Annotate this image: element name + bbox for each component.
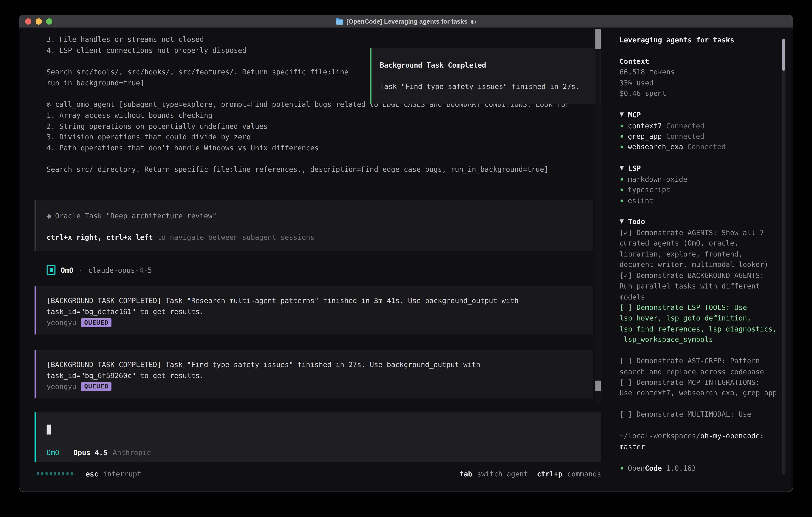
loading-icon: ◐ xyxy=(470,18,476,25)
background-task-toast: Background Task Completed Task "Find typ… xyxy=(371,48,601,104)
mcp-name: context7 xyxy=(628,121,662,130)
context-spent: $0.46 spent xyxy=(619,88,780,99)
agent-icon xyxy=(47,265,56,275)
todo-line: curated agents (OmO, oracle, xyxy=(619,238,780,249)
window-content: 3. File handles or streams not closed 4.… xyxy=(19,28,793,492)
mcp-status-text: Connected xyxy=(666,121,704,130)
bullet-icon xyxy=(620,178,623,180)
mcp-name: grep_app xyxy=(628,132,662,140)
todo-line: search and replace across codebase xyxy=(619,366,780,377)
context-heading: Context xyxy=(619,56,780,67)
todo-line: librarian, explore, frontend, xyxy=(619,248,780,259)
chevron-down-icon: ▼ xyxy=(619,217,624,227)
tab-key: tab xyxy=(460,469,472,478)
todo-line: lsp_hover, lsp_goto_definition, xyxy=(619,313,780,324)
lsp-name: markdown-oxide xyxy=(628,175,687,183)
minimize-button[interactable] xyxy=(35,18,42,24)
esc-label: interrupt xyxy=(103,469,142,478)
bullet-icon xyxy=(620,124,623,127)
todo-line: [ ] Demonstrate MULTIMODAL: Use xyxy=(619,409,780,420)
todo-line: Run parallel tasks with different xyxy=(619,281,780,292)
agent-header: OmO · claude-opus-4-5 xyxy=(47,264,152,275)
lsp-name: typescript xyxy=(628,185,670,194)
terminal-line: 3. Division operations that could divide… xyxy=(47,132,570,142)
brand-prefix: Open xyxy=(628,464,645,472)
main-pane: 3. File handles or streams not closed 4.… xyxy=(19,28,603,492)
workspace-path: ~/local-workspaces/oh-my-opencode: xyxy=(619,430,780,441)
lsp-item: typescript xyxy=(619,184,780,195)
oracle-hint-line: ctrl+x right, ctrl+x left to navigate be… xyxy=(47,232,593,243)
task-message-line: task_id="bg_6f59260c" to get results. xyxy=(47,370,593,381)
mcp-name: websearch_exa xyxy=(628,142,683,151)
mcp-section-header[interactable]: ▼MCP xyxy=(619,109,780,120)
scrollbar-thumb[interactable] xyxy=(596,381,601,391)
version-number: 1.0.163 xyxy=(666,464,696,472)
prompt-input[interactable]: OmO Opus 4.5 Anthropic xyxy=(35,412,601,462)
todo-line: [ ] Demonstrate MCP INTEGRATIONS: xyxy=(619,377,780,388)
lsp-heading: LSP xyxy=(628,163,641,174)
toast-title: Background Task Completed xyxy=(380,60,591,71)
todo-line: [✓] Demonstrate AGENTS: Show all 7 xyxy=(619,227,780,238)
task-user: yeongyu xyxy=(47,319,76,327)
traffic-lights xyxy=(25,15,52,27)
terminal-line: 4. Path operations that don't handle Win… xyxy=(47,142,570,153)
oracle-task-box: ◉ Oracle Task "Deep architecture review"… xyxy=(35,200,593,251)
keybind-hints: tab switch agent ctrl+p commands xyxy=(460,469,601,478)
status-bar: esc interrupt tab switch agent ctrl+p co… xyxy=(37,468,601,479)
lsp-item: eslint xyxy=(619,195,780,206)
todo-heading: Todo xyxy=(628,217,645,227)
workspace-path-prefix: ~/local-workspaces/ xyxy=(619,431,700,440)
bullet-icon xyxy=(620,467,623,469)
mcp-status-text: Connected xyxy=(687,142,726,151)
lsp-item: markdown-oxide xyxy=(619,174,780,185)
lsp-section-header[interactable]: ▼LSP xyxy=(619,163,780,174)
mcp-item: grep_app Connected xyxy=(619,131,780,141)
status-badge: QUEUED xyxy=(81,382,112,391)
window-title: [OpenCode] Leveraging agents for tasks xyxy=(346,18,467,25)
session-title: Leveraging agents for tasks xyxy=(619,34,780,45)
sidebar-scrollbar[interactable] xyxy=(782,39,785,475)
task-user: yeongyu xyxy=(47,382,76,391)
esc-key: esc xyxy=(86,469,98,478)
sidebar: Leveraging agents for tasks Context 66,5… xyxy=(603,28,793,492)
context-used: 33% used xyxy=(619,77,780,88)
folder-icon xyxy=(336,19,343,24)
close-button[interactable] xyxy=(25,18,31,24)
workspace-path-repo: oh-my-opencode: xyxy=(700,431,764,440)
terminal-line xyxy=(47,153,570,164)
git-branch: master xyxy=(619,441,780,452)
bullet-icon xyxy=(620,146,623,148)
task-message-line: [BACKGROUND TASK COMPLETED] Task "Resear… xyxy=(47,295,593,306)
esc-hint: esc interrupt xyxy=(86,469,141,478)
gear-icon: ⚙ xyxy=(47,100,51,108)
todo-section-header[interactable]: ▼Todo xyxy=(619,217,780,227)
agent-name: OmO xyxy=(61,266,74,274)
tab-label: switch agent xyxy=(477,469,528,478)
scrollbar-thumb[interactable] xyxy=(596,29,601,49)
todo-line: lsp_workspace_symbols xyxy=(619,334,780,345)
todo-line: [✓] Demonstrate BACKGROUND AGENTS: xyxy=(619,270,780,281)
active-model: Opus 4.5 xyxy=(74,447,108,458)
main-scrollbar[interactable] xyxy=(596,29,601,403)
bullet-icon xyxy=(620,135,623,138)
model-provider: Anthropic xyxy=(113,447,151,458)
zoom-button[interactable] xyxy=(46,18,52,24)
background-task-message: [BACKGROUND TASK COMPLETED] Task "Resear… xyxy=(35,286,593,334)
screen: [OpenCode] Leveraging agents for tasks ◐… xyxy=(0,0,812,517)
mcp-heading: MCP xyxy=(628,109,641,120)
task-meta: yeongyu QUEUED xyxy=(47,317,593,328)
task-message-line: [BACKGROUND TASK COMPLETED] Task "Find t… xyxy=(47,359,593,370)
task-message-line: task_id="bg_dcfac161" to get results. xyxy=(47,306,593,317)
agent-model: claude-opus-4-5 xyxy=(88,266,152,274)
terminal-line: 2. String operations on potentially unde… xyxy=(47,121,570,132)
ctrlp-key: ctrl+p xyxy=(537,469,562,478)
ctrlp-label: commands xyxy=(567,469,601,478)
todo-line: [ ] Demonstrate AST-GREP: Pattern xyxy=(619,355,780,366)
terminal-line: Search src/ directory. Return specific f… xyxy=(47,164,570,175)
brand-name: Code xyxy=(645,464,662,472)
todo-line: lsp_find_references, lsp_diagnostics, xyxy=(619,324,780,334)
scrollbar-thumb[interactable] xyxy=(782,39,785,71)
todo-line: models xyxy=(619,291,780,302)
oracle-task-title: Oracle Task "Deep architecture review" xyxy=(51,212,216,220)
app-version: OpenCode 1.0.163 xyxy=(619,462,780,473)
